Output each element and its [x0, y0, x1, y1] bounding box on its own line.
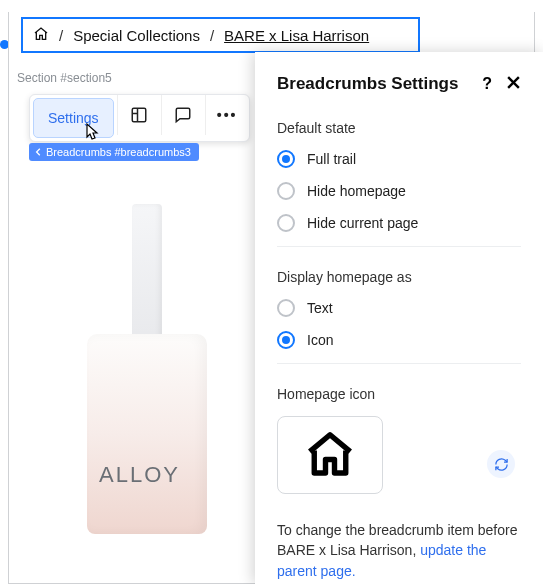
divider — [277, 363, 521, 364]
close-button[interactable] — [506, 75, 521, 93]
homepage-icon-label: Homepage icon — [277, 386, 521, 402]
more-button[interactable]: ••• — [205, 95, 249, 135]
divider — [277, 246, 521, 247]
bottle-image: ALLOY — [77, 204, 217, 534]
refresh-icon — [494, 457, 509, 472]
breadcrumb-component[interactable]: / Special Collections / BARE x Lisa Harr… — [21, 17, 420, 53]
helper-text: To change the breadcrumb item before BAR… — [277, 520, 521, 581]
radio-icon — [277, 150, 295, 168]
homepage-icon-preview[interactable] — [277, 416, 383, 494]
radio-full-trail[interactable]: Full trail — [277, 150, 521, 168]
product-brand: ALLOY — [99, 462, 180, 488]
radio-display-text[interactable]: Text — [277, 299, 521, 317]
section-label: Section #section5 — [17, 71, 112, 85]
comment-button[interactable] — [161, 95, 205, 135]
breadcrumb-item-current[interactable]: BARE x Lisa Harrison — [224, 27, 369, 44]
radio-label: Icon — [307, 332, 333, 348]
radio-label: Text — [307, 300, 333, 316]
product-preview: ALLOY — [29, 162, 265, 575]
radio-label: Hide current page — [307, 215, 418, 231]
radio-icon — [277, 214, 295, 232]
svg-rect-0 — [132, 108, 146, 122]
chevron-left-icon — [35, 148, 43, 156]
radio-icon — [277, 331, 295, 349]
home-icon[interactable] — [33, 26, 49, 45]
layout-button[interactable] — [117, 95, 161, 135]
close-icon — [506, 75, 521, 90]
radio-label: Full trail — [307, 151, 356, 167]
breadcrumb-separator: / — [59, 27, 63, 44]
layout-icon — [130, 106, 148, 124]
help-button[interactable]: ? — [482, 75, 492, 93]
more-icon: ••• — [217, 107, 238, 123]
radio-display-icon[interactable]: Icon — [277, 331, 521, 349]
home-icon — [303, 428, 357, 482]
breadcrumb-separator: / — [210, 27, 214, 44]
reset-icon-button[interactable] — [487, 450, 515, 478]
display-as-label: Display homepage as — [277, 269, 521, 285]
cursor-icon — [83, 122, 101, 145]
element-tag-label: Breadcrumbs #breadcrumbs3 — [46, 146, 191, 158]
radio-icon — [277, 182, 295, 200]
comment-icon — [174, 106, 192, 124]
radio-hide-current[interactable]: Hide current page — [277, 214, 521, 232]
element-toolbar: Settings ••• — [29, 94, 250, 142]
panel-title: Breadcrumbs Settings — [277, 74, 458, 94]
radio-label: Hide homepage — [307, 183, 406, 199]
settings-button[interactable]: Settings — [33, 98, 114, 138]
radio-icon — [277, 299, 295, 317]
settings-panel: Breadcrumbs Settings ? Default state Ful… — [255, 52, 543, 584]
breadcrumb-item[interactable]: Special Collections — [73, 27, 200, 44]
radio-hide-homepage[interactable]: Hide homepage — [277, 182, 521, 200]
element-tag-chip[interactable]: Breadcrumbs #breadcrumbs3 — [29, 143, 199, 161]
default-state-label: Default state — [277, 120, 521, 136]
